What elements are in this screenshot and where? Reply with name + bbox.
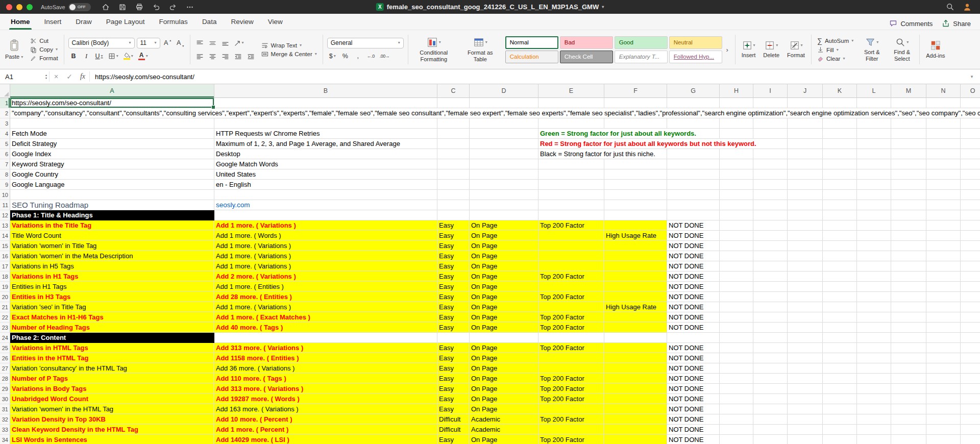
align-middle-icon[interactable] xyxy=(207,38,218,48)
cell-F22[interactable] xyxy=(604,312,667,323)
tab-formulas[interactable]: Formulas xyxy=(153,14,194,30)
style-chip-neutral[interactable]: Neutral xyxy=(669,36,722,49)
cell-E12[interactable] xyxy=(538,210,604,220)
cell-L11[interactable] xyxy=(857,200,891,210)
cell-O9[interactable] xyxy=(961,180,980,190)
cell-B6[interactable]: Desktop xyxy=(214,149,437,159)
cell-D30[interactable]: On Page xyxy=(470,394,538,404)
cell-H26[interactable] xyxy=(720,353,753,363)
sort-filter-button[interactable]: ▾ Sort & Filter xyxy=(859,37,885,62)
row-header-13[interactable]: 13 xyxy=(0,220,10,231)
cell-O3[interactable] xyxy=(961,118,980,129)
cell-O4[interactable] xyxy=(961,129,980,139)
cell-C23[interactable]: Easy xyxy=(437,323,470,333)
cell-F32[interactable] xyxy=(604,414,667,425)
cell-E30[interactable]: Top 200 Factor xyxy=(538,394,604,404)
cell-N23[interactable] xyxy=(926,323,961,333)
cell-B4[interactable]: HTTP Requests w/ Chrome Retries xyxy=(214,129,437,139)
cell-G25[interactable]: NOT DONE xyxy=(667,343,720,353)
cell-A13[interactable]: Variations in the Title Tag xyxy=(10,220,214,231)
cell-J17[interactable] xyxy=(788,261,823,272)
style-chip-check-cell[interactable]: Check Cell xyxy=(560,51,613,63)
row-header-28[interactable]: 28 xyxy=(0,374,10,384)
fill-button[interactable]: Fill ▾ xyxy=(816,46,855,53)
cell-C9[interactable] xyxy=(437,180,470,190)
cell-O26[interactable] xyxy=(961,353,980,363)
cell-I26[interactable] xyxy=(753,353,788,363)
cell-G12[interactable] xyxy=(667,210,720,220)
cell-B10[interactable] xyxy=(214,190,437,200)
align-bottom-icon[interactable] xyxy=(220,38,231,48)
cell-B20[interactable]: Add 28 more. ( Entities ) xyxy=(214,292,437,302)
cell-B12[interactable] xyxy=(214,210,437,220)
cell-J7[interactable] xyxy=(788,159,823,169)
cell-F10[interactable] xyxy=(604,190,667,200)
cell-M33[interactable] xyxy=(891,425,926,435)
cell-E27[interactable] xyxy=(538,363,604,374)
cell-G24[interactable] xyxy=(667,333,720,343)
row-header-11[interactable]: 11 xyxy=(0,200,10,210)
cell-M25[interactable] xyxy=(891,343,926,353)
cell-B27[interactable]: Add 36 more. ( Variations ) xyxy=(214,363,437,374)
cell-E13[interactable]: Top 200 Factor xyxy=(538,220,604,231)
cell-B22[interactable]: Add 1 more. ( Exact Matches ) xyxy=(214,312,437,323)
tab-review[interactable]: Review xyxy=(224,14,260,30)
cell-M20[interactable] xyxy=(891,292,926,302)
cell-J9[interactable] xyxy=(788,180,823,190)
decrease-font-size-button[interactable]: A▾ xyxy=(175,38,186,48)
cell-B9[interactable]: en - English xyxy=(214,180,437,190)
cell-J23[interactable] xyxy=(788,323,823,333)
cell-A26[interactable]: Entities in the HTML Tag xyxy=(10,353,214,363)
cell-B30[interactable]: Add 19287 more. ( Words ) xyxy=(214,394,437,404)
row-header-32[interactable]: 32 xyxy=(0,414,10,425)
cell-G3[interactable] xyxy=(667,118,720,129)
style-chip-calculation[interactable]: Calculation xyxy=(505,51,558,63)
cell-C1[interactable] xyxy=(437,98,470,108)
cell-D12[interactable] xyxy=(470,210,538,220)
cell-I16[interactable] xyxy=(753,251,788,261)
cell-D34[interactable]: On Page xyxy=(470,435,538,444)
undo-icon[interactable] xyxy=(152,3,161,12)
cell-E29[interactable]: Top 200 Factor xyxy=(538,384,604,394)
cell-L18[interactable] xyxy=(857,272,891,282)
select-all-corner[interactable] xyxy=(0,84,10,98)
cell-J26[interactable] xyxy=(788,353,823,363)
fill-handle[interactable] xyxy=(211,105,215,109)
close-window-button[interactable] xyxy=(6,4,12,10)
cell-D31[interactable]: On Page xyxy=(470,404,538,414)
cell-A12[interactable]: Phase 1: Title & Headings xyxy=(10,210,214,220)
cell-K29[interactable] xyxy=(823,384,857,394)
cell-E20[interactable]: Top 200 Factor xyxy=(538,292,604,302)
cell-E11[interactable] xyxy=(538,200,604,210)
cell-C30[interactable]: Easy xyxy=(437,394,470,404)
cell-M7[interactable] xyxy=(891,159,926,169)
share-button[interactable]: Share xyxy=(942,19,971,28)
cell-E6[interactable]: Black = Strong factor for just this nich… xyxy=(538,149,604,159)
cell-J4[interactable] xyxy=(788,129,823,139)
cell-F19[interactable] xyxy=(604,282,667,292)
cell-G31[interactable]: NOT DONE xyxy=(667,404,720,414)
cell-O30[interactable] xyxy=(961,394,980,404)
cell-O20[interactable] xyxy=(961,292,980,302)
cell-L20[interactable] xyxy=(857,292,891,302)
cell-O7[interactable] xyxy=(961,159,980,169)
cell-M23[interactable] xyxy=(891,323,926,333)
cell-F3[interactable] xyxy=(604,118,667,129)
cell-B23[interactable]: Add 40 more. ( Tags ) xyxy=(214,323,437,333)
cell-H28[interactable] xyxy=(720,374,753,384)
row-header-18[interactable]: 18 xyxy=(0,272,10,282)
cell-D21[interactable]: On Page xyxy=(470,302,538,312)
cell-J24[interactable] xyxy=(788,333,823,343)
cell-J6[interactable] xyxy=(788,149,823,159)
column-header-I[interactable]: I xyxy=(753,84,788,98)
row-header-31[interactable]: 31 xyxy=(0,404,10,414)
cell-L23[interactable] xyxy=(857,323,891,333)
cell-D14[interactable]: On Page xyxy=(470,231,538,241)
row-header-21[interactable]: 21 xyxy=(0,302,10,312)
cell-M5[interactable] xyxy=(891,139,926,149)
cell-G11[interactable] xyxy=(667,200,720,210)
cell-E19[interactable] xyxy=(538,282,604,292)
cell-N3[interactable] xyxy=(926,118,961,129)
cell-B19[interactable]: Add 1 more. ( Entities ) xyxy=(214,282,437,292)
cell-G28[interactable]: NOT DONE xyxy=(667,374,720,384)
